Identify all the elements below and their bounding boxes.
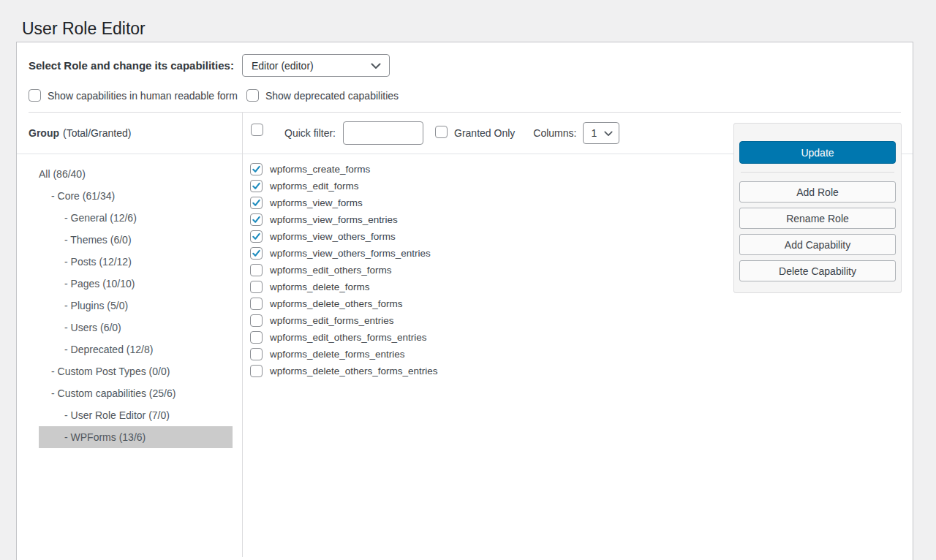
capability-label: wpforms_view_forms_entries xyxy=(270,214,398,225)
group-item[interactable]: All (86/40) xyxy=(39,163,233,185)
capability-checkbox[interactable] xyxy=(250,298,263,310)
columns-select-value: 1 xyxy=(591,127,597,139)
capability-checkbox[interactable] xyxy=(250,163,263,175)
group-header-suffix: (Total/Granted) xyxy=(63,127,131,139)
capability-checkbox[interactable] xyxy=(250,314,263,327)
select-role-label: Select Role and change its capabilities: xyxy=(29,59,234,72)
capability-checkbox[interactable] xyxy=(250,197,263,209)
group-tree: All (86/40)- Core (61/34)- General (12/6… xyxy=(17,154,242,448)
chevron-down-icon xyxy=(604,127,613,139)
show-deprecated-label: Show deprecated capabilities xyxy=(265,90,399,102)
columns-select[interactable]: 1 xyxy=(583,122,619,144)
group-item[interactable]: - Custom capabilities (25/6) xyxy=(39,382,233,404)
capability-checkbox[interactable] xyxy=(250,264,263,276)
capability-label: wpforms_create_forms xyxy=(270,164,370,175)
columns-label: Columns: xyxy=(533,127,576,139)
capability-checkbox[interactable] xyxy=(250,348,263,360)
show-deprecated-checkbox[interactable] xyxy=(246,89,259,102)
update-button[interactable]: Update xyxy=(739,141,896,164)
group-item[interactable]: - Plugins (5/0) xyxy=(39,295,233,317)
chevron-down-icon xyxy=(371,60,381,72)
capability-row: wpforms_edit_forms_entries xyxy=(250,314,913,327)
group-item[interactable]: - Users (6/0) xyxy=(39,317,233,338)
capability-row: wpforms_delete_others_forms xyxy=(250,298,913,310)
select-all-checkbox[interactable] xyxy=(251,124,263,136)
capability-label: wpforms_delete_forms_entries xyxy=(270,349,405,360)
capability-label: wpforms_delete_forms xyxy=(270,281,370,292)
user-role-editor-panel: Select Role and change its capabilities:… xyxy=(16,42,913,560)
groups-column: Group (Total/Granted) All (86/40)- Core … xyxy=(17,113,243,557)
group-header: Group (Total/Granted) xyxy=(17,113,242,154)
group-item[interactable]: - Custom Post Types (0/0) xyxy=(39,360,233,382)
role-select[interactable]: Editor (editor) xyxy=(242,54,390,77)
capability-label: wpforms_delete_others_forms xyxy=(270,298,403,309)
capabilities-column: Quick filter: Granted Only Columns: 1 wp… xyxy=(243,113,913,557)
capability-label: wpforms_edit_others_forms_entries xyxy=(270,332,427,343)
capability-row: wpforms_edit_others_forms_entries xyxy=(250,331,913,344)
granted-only-checkbox[interactable] xyxy=(435,126,448,138)
role-select-value: Editor (editor) xyxy=(252,60,314,72)
actions-panel: Update Add RoleRename RoleAdd Capability… xyxy=(733,123,902,293)
capability-checkbox[interactable] xyxy=(250,247,263,260)
capability-label: wpforms_edit_others_forms xyxy=(270,265,392,276)
capability-label: wpforms_edit_forms xyxy=(270,181,359,192)
secondary-actions: Add RoleRename RoleAdd CapabilityDelete … xyxy=(739,181,896,281)
capability-label: wpforms_view_forms xyxy=(270,197,363,208)
add-role-button[interactable]: Add Role xyxy=(739,181,896,203)
group-item[interactable]: - Pages (10/10) xyxy=(39,273,233,295)
capability-checkbox[interactable] xyxy=(250,281,263,293)
delete-capability-button[interactable]: Delete Capability xyxy=(739,260,896,281)
page-title: User Role Editor xyxy=(22,19,146,39)
add-capability-button[interactable]: Add Capability xyxy=(739,234,896,255)
group-item[interactable]: - Themes (6/0) xyxy=(39,229,233,251)
rename-role-button[interactable]: Rename Role xyxy=(739,208,896,229)
capability-checkbox[interactable] xyxy=(250,230,263,243)
capability-checkbox[interactable] xyxy=(250,213,263,226)
capability-checkbox[interactable] xyxy=(250,365,263,377)
capability-label: wpforms_edit_forms_entries xyxy=(270,315,394,326)
capability-row: wpforms_delete_forms_entries xyxy=(250,348,913,360)
group-item[interactable]: - Posts (12/12) xyxy=(39,251,233,273)
capability-checkbox[interactable] xyxy=(250,331,263,344)
group-item[interactable]: - Deprecated (12/8) xyxy=(39,338,233,360)
top-section: Select Role and change its capabilities:… xyxy=(17,42,913,112)
capability-label: wpforms_delete_others_forms_entries xyxy=(270,366,438,377)
group-item[interactable]: - General (12/6) xyxy=(39,207,233,229)
capability-label: wpforms_view_others_forms xyxy=(270,231,396,242)
group-header-title: Group xyxy=(29,127,59,139)
capability-label: wpforms_view_others_forms_entries xyxy=(270,248,431,259)
capability-row: wpforms_delete_others_forms_entries xyxy=(250,365,913,377)
actions-divider xyxy=(741,172,894,173)
human-readable-label: Show capabilities in human readable form xyxy=(48,90,238,102)
group-item[interactable]: - Core (61/34) xyxy=(39,185,233,207)
group-item[interactable]: - WPForms (13/6) xyxy=(39,426,233,448)
quick-filter-label: Quick filter: xyxy=(284,127,336,139)
quick-filter-input[interactable] xyxy=(343,121,423,145)
human-readable-checkbox[interactable] xyxy=(29,89,41,102)
capability-checkbox[interactable] xyxy=(250,180,263,192)
granted-only-label: Granted Only xyxy=(454,127,515,139)
group-item[interactable]: - User Role Editor (7/0) xyxy=(39,404,233,426)
